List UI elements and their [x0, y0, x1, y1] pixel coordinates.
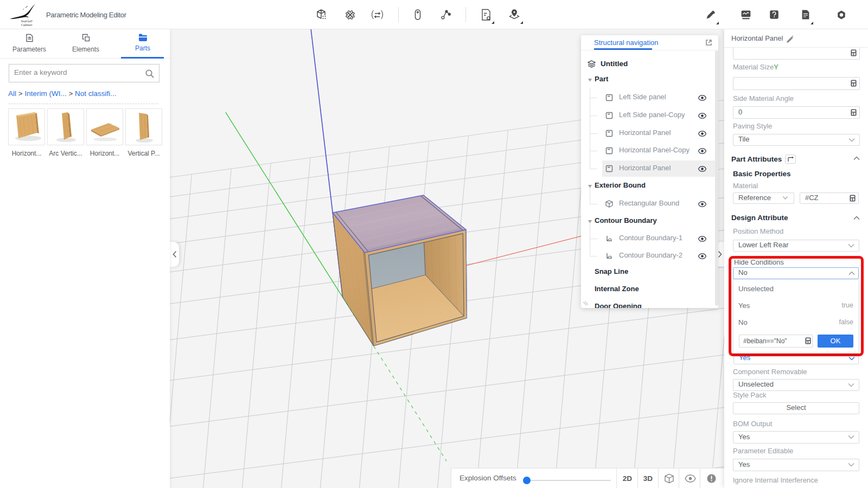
- svg-text:Cabinet: Cabinet: [21, 23, 33, 27]
- svg-text:SeaGull: SeaGull: [21, 19, 33, 23]
